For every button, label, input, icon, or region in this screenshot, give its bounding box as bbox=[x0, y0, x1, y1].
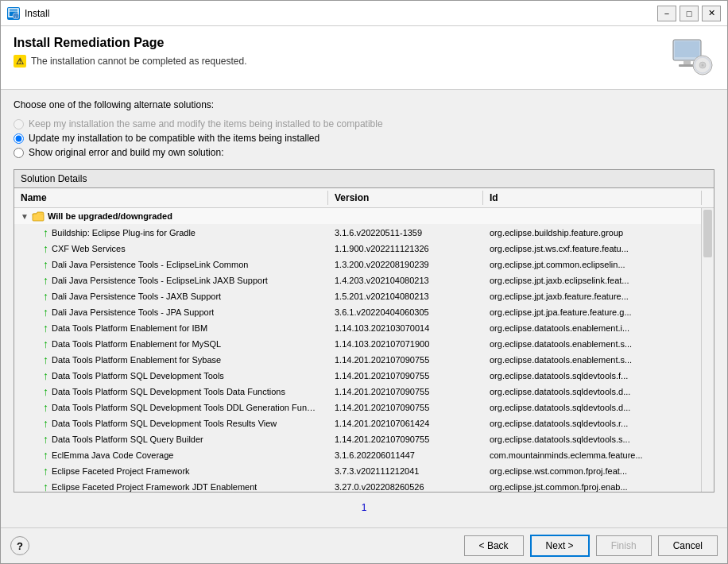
table-row: ↑Data Tools Platform SQL Development Too… bbox=[14, 368, 701, 384]
cell-id: org.eclipse.datatools.sqldevtools.d... bbox=[483, 401, 701, 414]
cell-name: ↑Data Tools Platform SQL Development Too… bbox=[14, 369, 328, 383]
table-row: ↑Data Tools Platform SQL Query Builder1.… bbox=[14, 431, 701, 447]
upgrade-icon: ↑ bbox=[43, 418, 48, 429]
radio-input-2[interactable] bbox=[14, 133, 24, 144]
cell-version: 1.14.201.202107090755 bbox=[328, 433, 483, 446]
upgrade-icon: ↑ bbox=[43, 370, 48, 381]
upgrade-icon: ↑ bbox=[43, 323, 48, 334]
cell-version: 1.14.103.202107071900 bbox=[328, 338, 483, 350]
help-button[interactable]: ? bbox=[10, 536, 29, 555]
cell-name: ↑Data Tools Platform SQL Development Too… bbox=[14, 416, 328, 431]
window-icon: ↓ bbox=[7, 7, 20, 20]
radio-label-3: Show original error and build my own sol… bbox=[29, 147, 223, 158]
cell-version: 1.14.201.202107090755 bbox=[328, 353, 483, 366]
radio-option-2[interactable]: Update my installation to be compatible … bbox=[14, 133, 714, 144]
cell-name: ↑CXF Web Services bbox=[14, 241, 328, 256]
header-warning: ⚠ The installation cannot be completed a… bbox=[14, 55, 247, 68]
cell-id: org.eclipse.jpt.jpa.feature.feature.g... bbox=[483, 306, 701, 319]
scrollbar-thumb[interactable] bbox=[703, 210, 712, 257]
finish-button[interactable]: Finish bbox=[596, 535, 652, 556]
section-label: Choose one of the following alternate so… bbox=[14, 99, 714, 110]
expand-icon: ▼ bbox=[21, 212, 29, 221]
window-controls: − □ ✕ bbox=[657, 6, 721, 21]
cell-id: org.eclipse.datatools.sqldevtools.f... bbox=[483, 369, 701, 382]
radio-label-1: Keep my installation the same and modify… bbox=[29, 118, 383, 129]
col-header-id: Id bbox=[483, 191, 701, 205]
cell-version: 1.4.203.v202104080213 bbox=[328, 274, 483, 287]
folder-icon bbox=[32, 210, 45, 222]
table-row: ↑Data Tools Platform SQL Development Too… bbox=[14, 400, 701, 415]
close-button[interactable]: ✕ bbox=[702, 6, 721, 21]
cell-version: 3.6.1.v20220404060305 bbox=[328, 306, 483, 319]
title-bar: ↓ Install − □ ✕ bbox=[1, 1, 727, 26]
window-title: Install bbox=[25, 8, 657, 19]
upgrade-icon: ↑ bbox=[43, 465, 48, 477]
cell-version: 1.3.200.v202208190239 bbox=[328, 258, 483, 271]
cell-id: org.eclipse.buildship.feature.group bbox=[483, 226, 701, 239]
cell-name: ↑Dali Java Persistence Tools - JAXB Supp… bbox=[14, 289, 328, 303]
table-row: ↑Eclipse Faceted Project Framework3.7.3.… bbox=[14, 463, 701, 479]
upgrade-icon: ↑ bbox=[43, 434, 48, 445]
table-container: Name Version Id ▼ bbox=[14, 188, 714, 492]
cell-version: 1.14.201.202107090755 bbox=[328, 401, 483, 414]
cell-version: 3.27.0.v202208260526 bbox=[328, 481, 483, 493]
radio-option-1[interactable]: Keep my installation the same and modify… bbox=[14, 118, 714, 129]
cell-name: ↑Data Tools Platform Enablement for IBM bbox=[14, 321, 328, 335]
content-area: Choose one of the following alternate so… bbox=[1, 90, 727, 527]
restore-button[interactable]: □ bbox=[680, 6, 699, 21]
upgrade-icon: ↑ bbox=[43, 307, 48, 318]
cell-id: org.eclipse.jpt.jaxb.feature.feature... bbox=[483, 290, 701, 303]
cell-id: org.eclipse.jpt.jaxb.eclipselink.feat... bbox=[483, 274, 701, 287]
group-row-name: ▼ Will be upgraded/downgraded bbox=[14, 208, 328, 224]
cell-version: 3.1.6.202206011447 bbox=[328, 449, 483, 462]
table-row: ↑Dali Java Persistence Tools - JAXB Supp… bbox=[14, 288, 701, 304]
table-outer: ▼ Will be upgraded/downgraded ↑ bbox=[14, 208, 714, 492]
cell-id: org.eclipse.jst.common.fproj.enab... bbox=[483, 481, 701, 493]
upgrade-icon: ↑ bbox=[43, 402, 48, 413]
table-body[interactable]: ▼ Will be upgraded/downgraded ↑ bbox=[14, 208, 701, 492]
svg-rect-5 bbox=[675, 41, 699, 57]
radio-input-1[interactable] bbox=[14, 119, 24, 129]
svg-text:↓: ↓ bbox=[15, 14, 17, 19]
page-title: Install Remediation Page bbox=[14, 36, 247, 50]
cancel-button[interactable]: Cancel bbox=[658, 535, 718, 556]
table-row: ↑Data Tools Platform Enablement for MySQ… bbox=[14, 336, 701, 352]
svg-rect-6 bbox=[683, 60, 691, 64]
cell-name: ↑Dali Java Persistence Tools - EclipseLi… bbox=[14, 273, 328, 288]
page-indicator: 1 bbox=[14, 497, 714, 518]
next-button[interactable]: Next > bbox=[530, 535, 590, 557]
upgrade-icon: ↑ bbox=[43, 354, 48, 365]
header-area: Install Remediation Page ⚠ The installat… bbox=[1, 26, 727, 90]
radio-label-2: Update my installation to be compatible … bbox=[29, 133, 319, 144]
footer: ? < Back Next > Finish Cancel bbox=[1, 527, 727, 563]
warning-text: The installation cannot be completed as … bbox=[31, 56, 247, 67]
radio-input-3[interactable] bbox=[14, 148, 24, 158]
cell-name: ↑Dali Java Persistence Tools - EclipseLi… bbox=[14, 257, 328, 272]
cell-name: ↑Data Tools Platform SQL Query Builder bbox=[14, 432, 328, 446]
scrollbar[interactable] bbox=[701, 208, 714, 492]
upgrade-icon: ↑ bbox=[43, 259, 48, 270]
header-left: Install Remediation Page ⚠ The installat… bbox=[14, 36, 247, 68]
table-header: Name Version Id bbox=[14, 188, 714, 208]
table-row: ↑Data Tools Platform Enablement for Syba… bbox=[14, 352, 701, 368]
cell-version: 1.14.103.202103070014 bbox=[328, 322, 483, 334]
solution-details-box: Solution Details Name Version Id ▼ bbox=[14, 169, 714, 493]
table-row: ↑EclEmma Java Code Coverage3.1.6.2022060… bbox=[14, 447, 701, 463]
table-row: ↑Dali Java Persistence Tools - EclipseLi… bbox=[14, 257, 701, 272]
solution-details-title: Solution Details bbox=[14, 170, 714, 188]
table-row: ↑Dali Java Persistence Tools - EclipseLi… bbox=[14, 272, 701, 288]
cell-id: org.eclipse.jpt.common.eclipselin... bbox=[483, 258, 701, 271]
col-header-version: Version bbox=[328, 191, 483, 205]
radio-option-3[interactable]: Show original error and build my own sol… bbox=[14, 147, 714, 158]
upgrade-icon: ↑ bbox=[43, 275, 48, 286]
cell-name: ↑Dali Java Persistence Tools - JPA Suppo… bbox=[14, 305, 328, 319]
minimize-button[interactable]: − bbox=[657, 6, 676, 21]
cell-id: org.eclipse.wst.common.fproj.feat... bbox=[483, 465, 701, 477]
table-row: ↑Data Tools Platform SQL Development Too… bbox=[14, 415, 701, 431]
cell-id: org.eclipse.datatools.sqldevtools.s... bbox=[483, 433, 701, 446]
back-button[interactable]: < Back bbox=[464, 535, 524, 556]
header-image bbox=[667, 36, 714, 79]
cell-name: ↑Data Tools Platform SQL Development Too… bbox=[14, 384, 328, 399]
upgrade-icon: ↑ bbox=[43, 481, 48, 493]
cell-name: ↑Eclipse Faceted Project Framework bbox=[14, 464, 328, 478]
